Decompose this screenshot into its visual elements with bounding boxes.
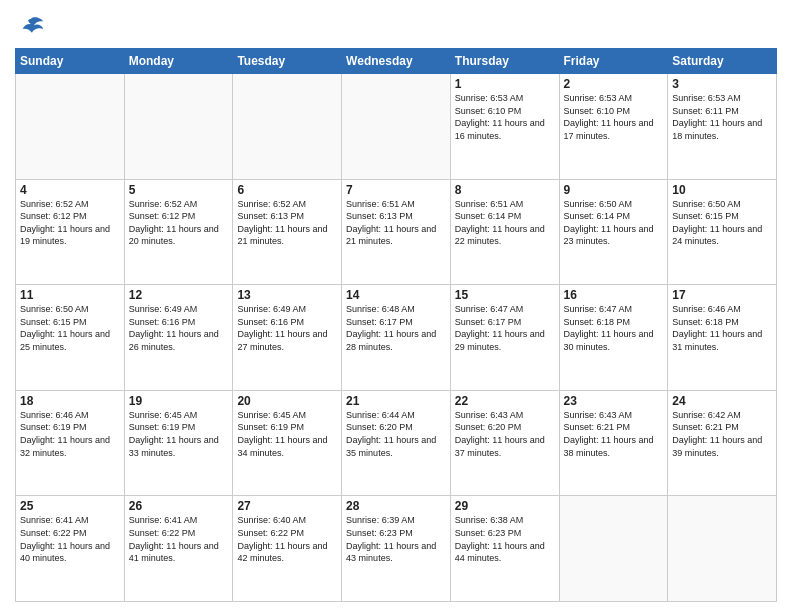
day-info: Sunrise: 6:51 AM Sunset: 6:14 PM Dayligh… [455,198,555,248]
calendar-cell: 23Sunrise: 6:43 AM Sunset: 6:21 PM Dayli… [559,390,668,496]
day-info: Sunrise: 6:41 AM Sunset: 6:22 PM Dayligh… [20,514,120,564]
calendar-cell: 10Sunrise: 6:50 AM Sunset: 6:15 PM Dayli… [668,179,777,285]
day-info: Sunrise: 6:43 AM Sunset: 6:21 PM Dayligh… [564,409,664,459]
day-info: Sunrise: 6:50 AM Sunset: 6:14 PM Dayligh… [564,198,664,248]
day-number: 9 [564,183,664,197]
day-number: 28 [346,499,446,513]
calendar-cell: 17Sunrise: 6:46 AM Sunset: 6:18 PM Dayli… [668,285,777,391]
day-number: 15 [455,288,555,302]
calendar-cell: 25Sunrise: 6:41 AM Sunset: 6:22 PM Dayli… [16,496,125,602]
calendar-week-4: 18Sunrise: 6:46 AM Sunset: 6:19 PM Dayli… [16,390,777,496]
day-info: Sunrise: 6:38 AM Sunset: 6:23 PM Dayligh… [455,514,555,564]
day-info: Sunrise: 6:50 AM Sunset: 6:15 PM Dayligh… [672,198,772,248]
day-info: Sunrise: 6:45 AM Sunset: 6:19 PM Dayligh… [129,409,229,459]
day-number: 21 [346,394,446,408]
calendar-cell: 2Sunrise: 6:53 AM Sunset: 6:10 PM Daylig… [559,74,668,180]
day-number: 18 [20,394,120,408]
day-info: Sunrise: 6:52 AM Sunset: 6:13 PM Dayligh… [237,198,337,248]
calendar-cell: 21Sunrise: 6:44 AM Sunset: 6:20 PM Dayli… [342,390,451,496]
day-number: 27 [237,499,337,513]
calendar-cell: 11Sunrise: 6:50 AM Sunset: 6:15 PM Dayli… [16,285,125,391]
calendar-cell: 15Sunrise: 6:47 AM Sunset: 6:17 PM Dayli… [450,285,559,391]
day-info: Sunrise: 6:39 AM Sunset: 6:23 PM Dayligh… [346,514,446,564]
day-info: Sunrise: 6:43 AM Sunset: 6:20 PM Dayligh… [455,409,555,459]
logo-bird-icon [17,14,45,42]
day-number: 16 [564,288,664,302]
calendar-cell: 29Sunrise: 6:38 AM Sunset: 6:23 PM Dayli… [450,496,559,602]
day-number: 3 [672,77,772,91]
calendar-cell: 13Sunrise: 6:49 AM Sunset: 6:16 PM Dayli… [233,285,342,391]
calendar-cell: 18Sunrise: 6:46 AM Sunset: 6:19 PM Dayli… [16,390,125,496]
calendar-cell [668,496,777,602]
day-number: 8 [455,183,555,197]
calendar-cell [16,74,125,180]
calendar-cell: 5Sunrise: 6:52 AM Sunset: 6:12 PM Daylig… [124,179,233,285]
day-info: Sunrise: 6:46 AM Sunset: 6:19 PM Dayligh… [20,409,120,459]
calendar-header-sunday: Sunday [16,49,125,74]
day-info: Sunrise: 6:50 AM Sunset: 6:15 PM Dayligh… [20,303,120,353]
calendar-cell: 19Sunrise: 6:45 AM Sunset: 6:19 PM Dayli… [124,390,233,496]
day-info: Sunrise: 6:52 AM Sunset: 6:12 PM Dayligh… [20,198,120,248]
calendar-cell: 6Sunrise: 6:52 AM Sunset: 6:13 PM Daylig… [233,179,342,285]
day-info: Sunrise: 6:40 AM Sunset: 6:22 PM Dayligh… [237,514,337,564]
day-number: 7 [346,183,446,197]
calendar-week-3: 11Sunrise: 6:50 AM Sunset: 6:15 PM Dayli… [16,285,777,391]
day-info: Sunrise: 6:48 AM Sunset: 6:17 PM Dayligh… [346,303,446,353]
calendar: SundayMondayTuesdayWednesdayThursdayFrid… [15,48,777,602]
logo [15,14,45,42]
calendar-header-thursday: Thursday [450,49,559,74]
day-number: 25 [20,499,120,513]
calendar-week-2: 4Sunrise: 6:52 AM Sunset: 6:12 PM Daylig… [16,179,777,285]
day-number: 14 [346,288,446,302]
day-number: 6 [237,183,337,197]
day-number: 22 [455,394,555,408]
day-info: Sunrise: 6:53 AM Sunset: 6:11 PM Dayligh… [672,92,772,142]
calendar-week-1: 1Sunrise: 6:53 AM Sunset: 6:10 PM Daylig… [16,74,777,180]
day-info: Sunrise: 6:42 AM Sunset: 6:21 PM Dayligh… [672,409,772,459]
calendar-cell [559,496,668,602]
day-number: 17 [672,288,772,302]
calendar-cell: 1Sunrise: 6:53 AM Sunset: 6:10 PM Daylig… [450,74,559,180]
calendar-cell: 26Sunrise: 6:41 AM Sunset: 6:22 PM Dayli… [124,496,233,602]
calendar-cell: 16Sunrise: 6:47 AM Sunset: 6:18 PM Dayli… [559,285,668,391]
calendar-cell: 24Sunrise: 6:42 AM Sunset: 6:21 PM Dayli… [668,390,777,496]
day-info: Sunrise: 6:41 AM Sunset: 6:22 PM Dayligh… [129,514,229,564]
day-info: Sunrise: 6:47 AM Sunset: 6:17 PM Dayligh… [455,303,555,353]
day-number: 5 [129,183,229,197]
calendar-cell: 9Sunrise: 6:50 AM Sunset: 6:14 PM Daylig… [559,179,668,285]
day-number: 2 [564,77,664,91]
day-info: Sunrise: 6:45 AM Sunset: 6:19 PM Dayligh… [237,409,337,459]
day-number: 12 [129,288,229,302]
day-number: 19 [129,394,229,408]
calendar-header-friday: Friday [559,49,668,74]
day-info: Sunrise: 6:44 AM Sunset: 6:20 PM Dayligh… [346,409,446,459]
day-info: Sunrise: 6:49 AM Sunset: 6:16 PM Dayligh… [237,303,337,353]
calendar-cell [233,74,342,180]
calendar-cell: 27Sunrise: 6:40 AM Sunset: 6:22 PM Dayli… [233,496,342,602]
calendar-cell: 3Sunrise: 6:53 AM Sunset: 6:11 PM Daylig… [668,74,777,180]
day-number: 29 [455,499,555,513]
day-info: Sunrise: 6:51 AM Sunset: 6:13 PM Dayligh… [346,198,446,248]
calendar-cell: 14Sunrise: 6:48 AM Sunset: 6:17 PM Dayli… [342,285,451,391]
header [15,10,777,42]
day-info: Sunrise: 6:47 AM Sunset: 6:18 PM Dayligh… [564,303,664,353]
page: SundayMondayTuesdayWednesdayThursdayFrid… [0,0,792,612]
calendar-cell: 12Sunrise: 6:49 AM Sunset: 6:16 PM Dayli… [124,285,233,391]
day-info: Sunrise: 6:46 AM Sunset: 6:18 PM Dayligh… [672,303,772,353]
calendar-header-saturday: Saturday [668,49,777,74]
calendar-cell: 4Sunrise: 6:52 AM Sunset: 6:12 PM Daylig… [16,179,125,285]
calendar-cell: 28Sunrise: 6:39 AM Sunset: 6:23 PM Dayli… [342,496,451,602]
day-number: 24 [672,394,772,408]
day-number: 10 [672,183,772,197]
day-number: 4 [20,183,120,197]
day-number: 26 [129,499,229,513]
day-number: 11 [20,288,120,302]
calendar-header-row: SundayMondayTuesdayWednesdayThursdayFrid… [16,49,777,74]
calendar-header-monday: Monday [124,49,233,74]
calendar-header-tuesday: Tuesday [233,49,342,74]
calendar-cell [342,74,451,180]
calendar-week-5: 25Sunrise: 6:41 AM Sunset: 6:22 PM Dayli… [16,496,777,602]
calendar-header-wednesday: Wednesday [342,49,451,74]
day-number: 13 [237,288,337,302]
calendar-cell [124,74,233,180]
